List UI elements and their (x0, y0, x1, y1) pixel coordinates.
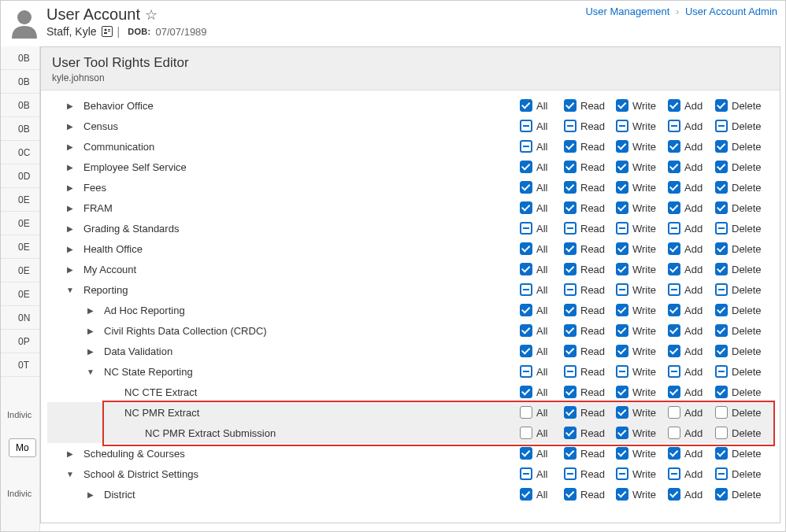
checkbox-write[interactable] (616, 140, 628, 153)
tree-item-label[interactable]: NC PMR Extract Submission (142, 427, 520, 439)
checkbox-write[interactable] (616, 467, 628, 480)
checkbox-all[interactable] (520, 181, 532, 194)
left-rail-button[interactable]: Mo (9, 438, 36, 457)
left-rail-item[interactable]: 0B (1, 94, 39, 117)
expand-icon[interactable]: ▶ (65, 245, 76, 253)
checkbox-all[interactable] (520, 488, 532, 501)
tree-item-label[interactable]: NC CTE Extract (121, 386, 520, 398)
checkbox-all[interactable] (520, 345, 532, 357)
checkbox-write[interactable] (616, 263, 628, 275)
checkbox-delete[interactable] (715, 263, 728, 275)
expand-icon[interactable]: ▶ (85, 347, 96, 356)
checkbox-add[interactable] (668, 447, 680, 460)
checkbox-add[interactable] (668, 386, 680, 398)
tree-item-label[interactable]: NC State Reporting (101, 366, 520, 378)
left-rail-item[interactable]: 0D (1, 164, 39, 188)
tree-item-label[interactable]: Grading & Standards (80, 223, 520, 235)
checkbox-write[interactable] (616, 242, 628, 255)
tree-item-label[interactable]: District (101, 489, 520, 501)
checkbox-delete[interactable] (715, 467, 728, 480)
checkbox-write[interactable] (616, 222, 628, 235)
tree-item-label[interactable]: Ad Hoc Reporting (101, 305, 520, 316)
checkbox-write[interactable] (616, 304, 628, 316)
checkbox-delete[interactable] (715, 447, 728, 460)
checkbox-write[interactable] (616, 386, 628, 398)
expand-icon[interactable]: ▶ (65, 122, 76, 131)
id-card-icon[interactable] (102, 26, 113, 37)
checkbox-read[interactable] (564, 161, 577, 173)
left-rail-item[interactable]: 0E (1, 188, 39, 212)
tree-item-label[interactable]: Reporting (80, 284, 520, 296)
checkbox-all[interactable] (520, 324, 532, 337)
checkbox-delete[interactable] (715, 386, 728, 398)
checkbox-write[interactable] (616, 447, 628, 460)
checkbox-all[interactable] (520, 99, 532, 112)
left-rail-item[interactable]: 0C (1, 141, 39, 164)
checkbox-read[interactable] (564, 324, 577, 337)
breadcrumb-user-management[interactable]: User Management (585, 6, 669, 17)
checkbox-delete[interactable] (715, 324, 728, 337)
expand-icon[interactable]: ▶ (85, 490, 96, 499)
checkbox-read[interactable] (564, 99, 577, 112)
checkbox-add[interactable] (668, 222, 680, 235)
checkbox-add[interactable] (668, 406, 680, 419)
checkbox-add[interactable] (668, 345, 680, 357)
expand-icon[interactable]: ▶ (65, 142, 76, 151)
favorite-star-icon[interactable]: ☆ (145, 6, 158, 24)
checkbox-delete[interactable] (715, 201, 728, 214)
checkbox-read[interactable] (564, 242, 577, 255)
checkbox-add[interactable] (668, 181, 680, 194)
checkbox-delete[interactable] (715, 242, 728, 255)
tree-item-label[interactable]: Civil Rights Data Collection (CRDC) (101, 325, 520, 337)
expand-icon[interactable]: ▶ (65, 265, 76, 274)
checkbox-add[interactable] (668, 201, 680, 214)
checkbox-write[interactable] (616, 406, 628, 419)
tree-item-label[interactable]: Census (80, 120, 520, 132)
checkbox-delete[interactable] (715, 99, 728, 112)
checkbox-add[interactable] (668, 242, 680, 255)
checkbox-write[interactable] (616, 181, 628, 194)
left-rail-item[interactable]: 0N (1, 306, 39, 330)
tree-item-label[interactable]: Scheduling & Courses (80, 448, 520, 460)
checkbox-write[interactable] (616, 201, 628, 214)
tree-item-label[interactable]: My Account (80, 264, 520, 275)
checkbox-all[interactable] (520, 386, 532, 398)
expand-icon[interactable]: ▶ (65, 449, 76, 458)
checkbox-read[interactable] (564, 406, 577, 419)
checkbox-write[interactable] (616, 365, 628, 378)
checkbox-write[interactable] (616, 120, 628, 132)
checkbox-delete[interactable] (715, 427, 728, 439)
checkbox-write[interactable] (616, 427, 628, 439)
checkbox-add[interactable] (668, 324, 680, 337)
checkbox-read[interactable] (564, 181, 577, 194)
checkbox-delete[interactable] (715, 120, 728, 132)
checkbox-read[interactable] (564, 345, 577, 357)
checkbox-write[interactable] (616, 283, 628, 296)
tree-item-label[interactable]: Data Validation (101, 345, 520, 357)
checkbox-all[interactable] (520, 304, 532, 316)
checkbox-add[interactable] (668, 365, 680, 378)
left-rail-item[interactable]: 0P (1, 330, 39, 353)
checkbox-add[interactable] (668, 140, 680, 153)
tree-item-label[interactable]: Communication (80, 141, 520, 153)
checkbox-delete[interactable] (715, 304, 728, 316)
checkbox-delete[interactable] (715, 181, 728, 194)
checkbox-add[interactable] (668, 488, 680, 501)
expand-icon[interactable]: ▶ (85, 327, 96, 335)
checkbox-all[interactable] (520, 161, 532, 173)
checkbox-all[interactable] (520, 201, 532, 214)
checkbox-read[interactable] (564, 386, 577, 398)
checkbox-read[interactable] (564, 304, 577, 316)
checkbox-all[interactable] (520, 467, 532, 480)
checkbox-read[interactable] (564, 263, 577, 275)
left-rail-item[interactable]: 0E (1, 212, 39, 235)
expand-icon[interactable]: ▶ (85, 306, 96, 315)
checkbox-delete[interactable] (715, 222, 728, 235)
tree-item-label[interactable]: Fees (80, 182, 520, 194)
checkbox-all[interactable] (520, 406, 532, 419)
checkbox-write[interactable] (616, 99, 628, 112)
checkbox-write[interactable] (616, 324, 628, 337)
checkbox-all[interactable] (520, 140, 532, 153)
expand-icon[interactable]: ▶ (65, 163, 76, 172)
checkbox-read[interactable] (564, 283, 577, 296)
